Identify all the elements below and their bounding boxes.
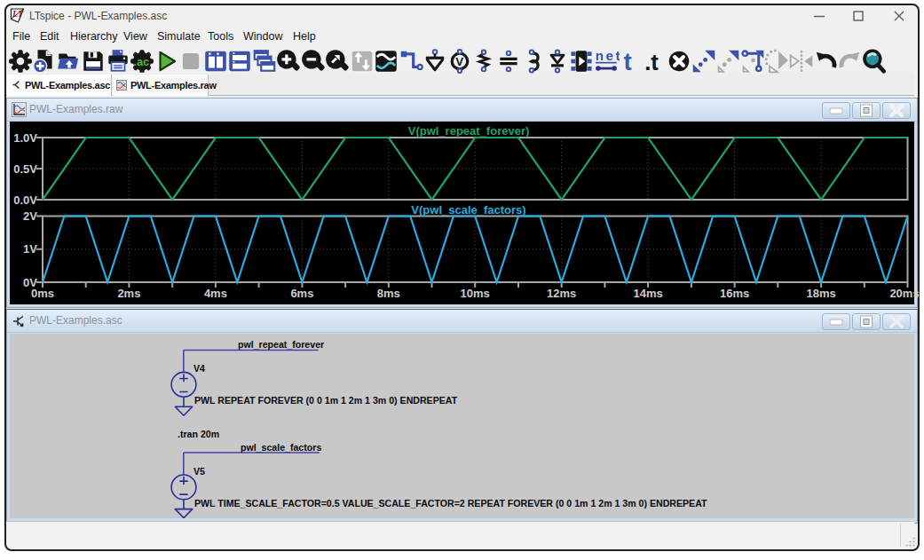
svg-text:6ms: 6ms: [290, 287, 313, 300]
svg-text:20ms: 20ms: [889, 287, 919, 300]
svg-text:4ms: 4ms: [204, 287, 227, 300]
svg-text:2ms: 2ms: [117, 287, 140, 300]
svg-text:V(pwl_repeat_forever): V(pwl_repeat_forever): [408, 124, 530, 138]
svg-text:.ac: .ac: [133, 55, 149, 68]
svg-text:t: t: [624, 48, 632, 75]
svg-text:8ms: 8ms: [377, 287, 400, 300]
svg-text:10ms: 10ms: [461, 287, 490, 300]
svg-text:16ms: 16ms: [720, 287, 749, 300]
svg-text:18ms: 18ms: [806, 287, 835, 300]
svg-text:.t: .t: [644, 50, 659, 75]
svg-text:2V: 2V: [23, 209, 37, 223]
svg-text:12ms: 12ms: [547, 287, 576, 300]
svg-text:0.0V: 0.0V: [13, 193, 37, 207]
svg-text:0ms: 0ms: [31, 287, 54, 300]
svg-text:V: V: [455, 55, 463, 68]
svg-text:LT: LT: [12, 9, 24, 19]
svg-text:1V: 1V: [23, 242, 37, 256]
svg-text:14ms: 14ms: [633, 287, 662, 300]
svg-text:net: net: [595, 48, 619, 63]
svg-text:V(pwl_scale_factors): V(pwl_scale_factors): [411, 203, 525, 217]
svg-text:0.5V: 0.5V: [13, 162, 37, 176]
svg-text:1.0V: 1.0V: [13, 131, 37, 145]
